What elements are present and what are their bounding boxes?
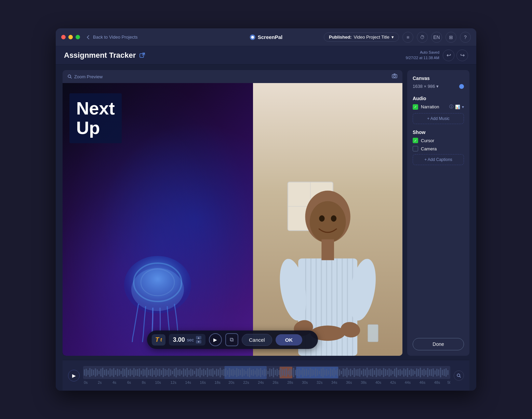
svg-rect-84 xyxy=(168,368,169,377)
svg-rect-44 xyxy=(100,369,101,376)
svg-rect-199 xyxy=(380,369,381,376)
search-icon xyxy=(67,74,72,79)
svg-rect-111 xyxy=(218,369,219,376)
svg-rect-138 xyxy=(267,371,268,374)
svg-rect-74 xyxy=(156,368,157,377)
svg-rect-213 xyxy=(405,369,406,376)
timeline-track[interactable]: 0s 2s 4s 6s 8s 10s 12s 14s 16s 18s 20s xyxy=(83,366,450,385)
svg-rect-91 xyxy=(181,370,182,375)
publish-button[interactable]: Published: Video Project Title ▾ xyxy=(324,32,399,42)
svg-rect-147 xyxy=(284,369,285,376)
list-icon-button[interactable]: ≡ xyxy=(402,32,413,43)
clock-icon: ⏱ xyxy=(420,35,425,40)
narration-row: ✓ Narration ⓘ 📊 ▾ xyxy=(413,104,464,110)
canvas-size-label: 1638 × 986 ▾ xyxy=(413,84,439,89)
auto-saved-date: 9/27/22 at 11:38 AM xyxy=(406,55,439,60)
svg-rect-36 xyxy=(86,369,87,376)
narration-checkbox[interactable]: ✓ xyxy=(413,104,418,110)
svg-rect-67 xyxy=(143,369,144,376)
video-text-overlay: Next Up xyxy=(69,93,122,143)
svg-rect-69 xyxy=(146,368,147,377)
time-value: 3.00 xyxy=(173,336,185,343)
done-button[interactable]: Done xyxy=(413,338,464,350)
svg-rect-57 xyxy=(124,369,125,376)
svg-rect-218 xyxy=(414,371,415,374)
svg-rect-42 xyxy=(97,369,98,376)
layers-button[interactable]: ⊞ xyxy=(445,32,456,43)
clock-icon-button[interactable]: ⏱ xyxy=(417,32,428,43)
time-up-button[interactable]: ▲ xyxy=(196,336,201,339)
svg-text:16s: 16s xyxy=(200,381,206,384)
svg-rect-135 xyxy=(262,370,263,375)
canvas-size-dropdown-icon[interactable]: ▾ xyxy=(436,84,439,89)
svg-rect-133 xyxy=(258,369,259,376)
cancel-button[interactable]: Cancel xyxy=(242,334,272,346)
cursor-checkbox[interactable]: ✓ xyxy=(413,138,418,143)
svg-rect-73 xyxy=(154,370,155,375)
svg-rect-93 xyxy=(185,369,186,376)
copy-button[interactable]: ⧉ xyxy=(225,333,238,346)
redo-button[interactable]: ↪ xyxy=(456,50,468,61)
svg-rect-228 xyxy=(433,368,434,377)
minimize-button[interactable] xyxy=(68,35,73,39)
svg-rect-59 xyxy=(128,370,129,375)
screenshot-button[interactable] xyxy=(391,73,398,80)
svg-rect-203 xyxy=(387,370,388,375)
external-link-icon[interactable] xyxy=(139,52,145,58)
svg-rect-207 xyxy=(394,369,395,376)
svg-rect-51 xyxy=(113,368,114,377)
jellyfish-graphic xyxy=(110,246,205,342)
svg-rect-58 xyxy=(126,368,127,377)
svg-rect-162 xyxy=(311,369,312,376)
help-icon: ? xyxy=(464,35,467,40)
back-arrow-icon xyxy=(85,35,91,40)
show-section: Show ✓ Cursor Camera + Add Captions xyxy=(413,130,464,165)
ok-button[interactable]: OK xyxy=(276,334,303,346)
narration-info-icon[interactable]: ⓘ xyxy=(449,104,453,110)
svg-point-263 xyxy=(457,374,460,377)
svg-rect-129 xyxy=(251,370,252,375)
svg-rect-101 xyxy=(199,368,200,377)
svg-rect-225 xyxy=(427,368,428,377)
svg-rect-50 xyxy=(111,369,112,376)
svg-rect-89 xyxy=(177,370,178,375)
list-icon: ≡ xyxy=(407,35,409,40)
search-icon xyxy=(456,373,461,378)
waveform-bar[interactable] xyxy=(83,366,450,379)
camera-checkbox[interactable] xyxy=(413,146,418,151)
svg-rect-217 xyxy=(412,369,413,376)
time-down-button[interactable]: ▼ xyxy=(196,340,201,343)
svg-rect-48 xyxy=(108,370,109,375)
svg-rect-191 xyxy=(365,369,366,376)
svg-rect-39 xyxy=(91,369,92,376)
timeline-search-button[interactable] xyxy=(454,370,464,381)
svg-text:36s: 36s xyxy=(346,381,352,384)
svg-rect-231 xyxy=(438,369,439,376)
preview-play-button[interactable]: ▶ xyxy=(209,333,222,346)
svg-rect-109 xyxy=(214,370,215,375)
close-button[interactable] xyxy=(61,35,66,39)
maximize-button[interactable] xyxy=(76,35,80,39)
help-button[interactable]: ? xyxy=(460,32,471,43)
add-music-button[interactable]: + Add Music xyxy=(413,113,464,124)
language-button[interactable]: EN xyxy=(431,32,442,43)
zoom-preview-button[interactable]: Zoom Preview xyxy=(67,74,103,79)
back-to-projects-button[interactable]: Back to Video Projects xyxy=(85,35,138,40)
svg-rect-120 xyxy=(234,370,235,375)
svg-rect-211 xyxy=(401,370,402,375)
svg-rect-88 xyxy=(176,368,177,377)
time-stepper[interactable]: ▲ ▼ xyxy=(196,336,201,343)
chevron-down-icon: ▾ xyxy=(391,35,394,40)
canvas-color-indicator[interactable] xyxy=(459,84,464,89)
canvas-size-row: 1638 × 986 ▾ xyxy=(413,84,464,89)
timeline-play-button[interactable]: ▶ xyxy=(68,370,80,381)
narration-volume-icon[interactable]: 📊 xyxy=(455,105,460,109)
svg-rect-63 xyxy=(135,369,136,376)
add-captions-button[interactable]: + Add Captions xyxy=(413,154,464,165)
svg-point-7 xyxy=(131,268,184,311)
svg-rect-145 xyxy=(280,368,281,377)
undo-button[interactable]: ↩ xyxy=(443,50,454,61)
svg-rect-159 xyxy=(306,369,307,376)
narration-more-icon[interactable]: ▾ xyxy=(462,105,464,109)
svg-rect-87 xyxy=(174,369,175,376)
